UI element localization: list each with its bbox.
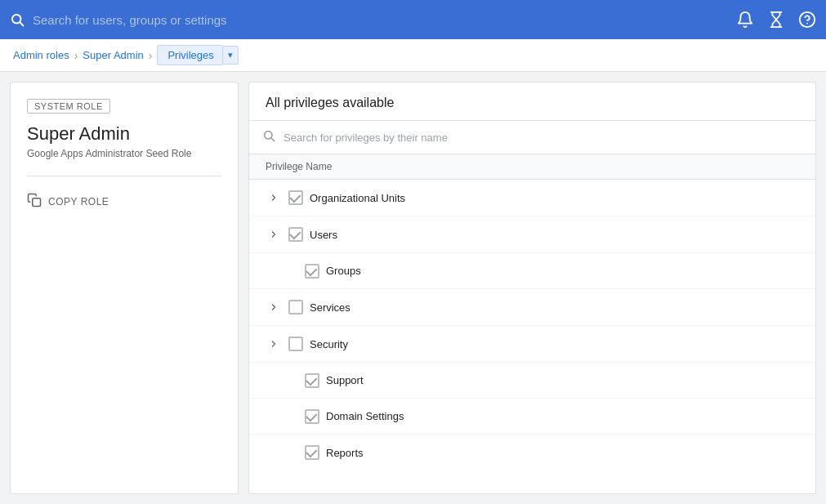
topbar [0, 0, 826, 39]
privilege-name: Security [310, 338, 799, 350]
privilege-name: Organizational Units [310, 192, 799, 204]
notifications-icon[interactable] [736, 11, 754, 29]
search-input[interactable] [33, 13, 539, 27]
breadcrumb-current-label[interactable]: Privileges [157, 45, 221, 65]
system-role-badge: SYSTEM ROLE [27, 99, 110, 114]
search-privileges-input[interactable] [284, 132, 802, 144]
privilege-name: Users [310, 229, 799, 241]
help-icon[interactable] [798, 11, 816, 29]
copy-icon [27, 193, 42, 211]
privilege-checkbox[interactable] [288, 337, 303, 351]
expand-button[interactable] [266, 336, 282, 352]
svg-line-6 [271, 138, 275, 141]
privilege-checkbox[interactable] [305, 264, 319, 279]
table-row: Organizational Units [249, 180, 815, 216]
left-panel: SYSTEM ROLE Super Admin Google Apps Admi… [10, 82, 239, 494]
table-row: Groups [249, 253, 815, 289]
privilege-checkbox[interactable] [305, 409, 319, 424]
table-row: Users [249, 216, 815, 253]
privileges-list: Organizational Units Users Groups [249, 180, 815, 493]
privilege-checkbox[interactable] [288, 300, 303, 314]
copy-role-button[interactable]: COPY ROLE [27, 190, 109, 214]
table-row: Services [249, 289, 815, 326]
search-privileges-icon [262, 129, 275, 145]
svg-rect-4 [33, 198, 41, 207]
privilege-name: Groups [326, 265, 799, 277]
expand-button[interactable] [266, 226, 282, 243]
svg-line-1 [20, 22, 23, 25]
privilege-name: Services [310, 301, 799, 314]
privilege-name-column-header: Privilege Name [249, 154, 815, 180]
table-row: Support [249, 363, 815, 399]
privilege-checkbox[interactable] [305, 373, 319, 388]
breadcrumb-sep-2: › [149, 49, 153, 62]
main-layout: SYSTEM ROLE Super Admin Google Apps Admi… [0, 72, 826, 504]
privilege-checkbox[interactable] [288, 227, 303, 242]
breadcrumb-sep-1: › [74, 49, 78, 62]
search-icon [10, 12, 25, 27]
privilege-name: Reports [326, 447, 799, 459]
panel-header: All privileges available [249, 83, 815, 121]
table-row: Security [249, 326, 815, 363]
privilege-name: Domain Settings [326, 410, 799, 422]
breadcrumb-current: Privileges ▾ [157, 45, 238, 65]
privilege-checkbox[interactable] [305, 445, 319, 460]
breadcrumb: Admin roles › Super Admin › Privileges ▾ [0, 39, 826, 72]
expand-button[interactable] [266, 299, 282, 315]
table-row: Reports [249, 435, 815, 471]
privilege-name: Support [326, 374, 799, 386]
hourglass-icon[interactable] [767, 11, 785, 29]
search-privileges-bar [249, 121, 815, 154]
table-row: Domain Settings [249, 399, 815, 435]
role-title: Super Admin [27, 123, 221, 145]
role-description: Google Apps Administrator Seed Role [27, 148, 221, 159]
right-panel: All privileges available Privilege Name [248, 82, 816, 494]
privilege-checkbox[interactable] [288, 190, 303, 205]
breadcrumb-super-admin[interactable]: Super Admin [83, 49, 143, 61]
topbar-icons [736, 11, 816, 29]
breadcrumb-dropdown-arrow[interactable]: ▾ [222, 46, 239, 65]
breadcrumb-admin-roles[interactable]: Admin roles [13, 49, 69, 61]
expand-button[interactable] [266, 190, 282, 206]
copy-role-label: COPY ROLE [48, 196, 109, 207]
divider [27, 176, 221, 176]
